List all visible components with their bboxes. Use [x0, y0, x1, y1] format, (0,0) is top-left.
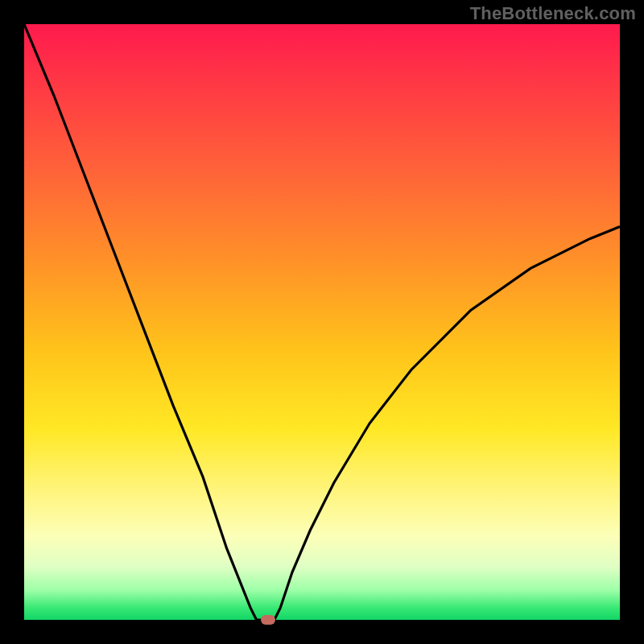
- bottleneck-curve-path: [24, 24, 620, 620]
- chart-frame: TheBottleneck.com: [0, 0, 644, 644]
- watermark-text: TheBottleneck.com: [470, 3, 636, 24]
- curve-svg: [24, 24, 620, 620]
- plot-area: [24, 24, 620, 620]
- optimum-marker: [261, 615, 275, 625]
